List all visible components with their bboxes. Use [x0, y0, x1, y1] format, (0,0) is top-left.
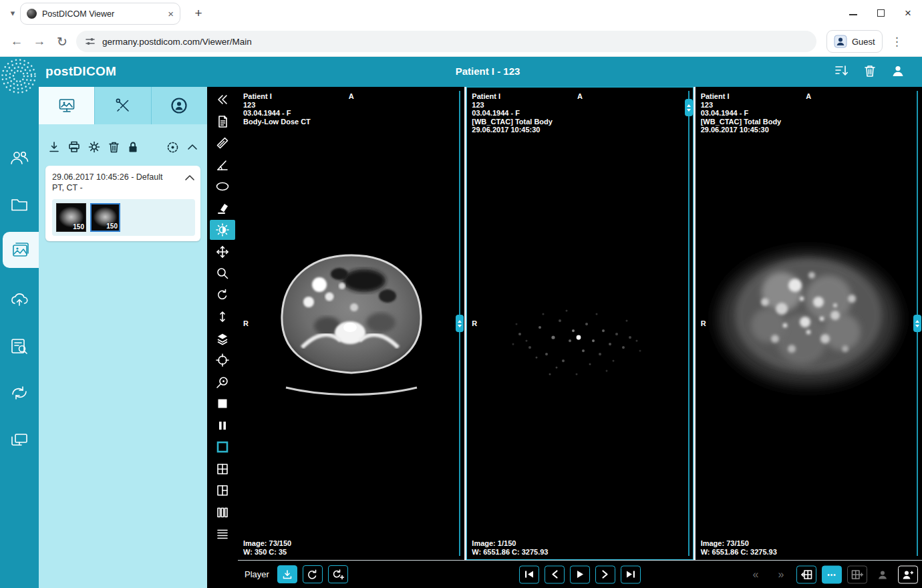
- tab-tools[interactable]: [95, 87, 151, 124]
- active-square-icon: [216, 440, 229, 454]
- scroll-tool-button[interactable]: [210, 307, 235, 327]
- scroll-handle[interactable]: [456, 315, 464, 332]
- fast-backward-button-disabled[interactable]: «: [746, 565, 766, 583]
- download-icon[interactable]: [48, 141, 60, 153]
- pan-tool-button[interactable]: [210, 242, 235, 262]
- sync-arrows-icon: [10, 385, 29, 401]
- viewport-status-overlay: Image: 1/150W: 6551.86 C: 3275.93: [472, 539, 548, 556]
- scroll-up-icon[interactable]: [915, 320, 919, 323]
- angle-tool-button[interactable]: [210, 155, 235, 175]
- delete-study-icon[interactable]: [863, 64, 877, 78]
- lock-icon[interactable]: [128, 141, 138, 153]
- series-cycle-icon[interactable]: [166, 141, 179, 154]
- new-tab-button[interactable]: +: [190, 5, 206, 21]
- address-bar[interactable]: germany.postdicom.com/Viewer/Main: [76, 31, 816, 52]
- tab-close-icon[interactable]: ×: [168, 9, 174, 19]
- sidebar-item-folders[interactable]: [0, 189, 39, 220]
- ruler-tool-button[interactable]: [210, 133, 235, 153]
- trash-icon[interactable]: [108, 141, 120, 153]
- ellipse-tool-button[interactable]: [210, 176, 235, 196]
- sidebar-item-screens[interactable]: [0, 424, 39, 455]
- last-image-button[interactable]: [621, 565, 641, 583]
- layout-2x2-button[interactable]: [210, 459, 235, 479]
- invert-tool-button[interactable]: [210, 394, 235, 414]
- scroll-down-icon[interactable]: [687, 109, 691, 112]
- layers-icon: [216, 332, 229, 345]
- window-close-button[interactable]: ×: [905, 7, 911, 19]
- stack-tool-button[interactable]: [210, 329, 235, 349]
- print-icon[interactable]: [68, 141, 80, 153]
- add-user-button[interactable]: [898, 565, 918, 583]
- browser-tab[interactable]: PostDICOM Viewer ×: [20, 3, 180, 25]
- settings-sync-icon[interactable]: [88, 141, 100, 153]
- export-layout-button[interactable]: [796, 565, 816, 583]
- fast-forward-button-disabled[interactable]: »: [771, 565, 791, 583]
- tab-search-icon[interactable]: ▾: [7, 7, 19, 19]
- more-options-button[interactable]: •••: [822, 565, 842, 583]
- series-group-card[interactable]: 29.06.2017 10:45:26 - Default PT, CT - 1…: [45, 166, 200, 241]
- viewport-scrollbar[interactable]: [459, 91, 460, 556]
- window-maximize-button[interactable]: [877, 9, 885, 17]
- viewport-scrollbar[interactable]: [688, 91, 689, 556]
- series-thumbnail-ct[interactable]: 150: [56, 203, 86, 232]
- report-tool-button[interactable]: [210, 112, 235, 132]
- layout-columns-button[interactable]: [210, 502, 235, 523]
- layout-1-2-button[interactable]: [210, 480, 235, 500]
- scroll-down-icon[interactable]: [458, 325, 462, 327]
- viewport-scrollbar[interactable]: [917, 91, 918, 556]
- window-minimize-button[interactable]: [849, 14, 857, 15]
- favicon: [27, 9, 37, 19]
- profile-button[interactable]: Guest: [826, 30, 883, 53]
- sidebar-item-patients[interactable]: [0, 142, 39, 173]
- sidebar-item-worklist[interactable]: [0, 331, 39, 361]
- reload-button[interactable]: ↻: [51, 34, 73, 49]
- next-image-button[interactable]: [595, 565, 615, 583]
- first-image-button[interactable]: [519, 565, 539, 583]
- site-settings-icon[interactable]: [85, 36, 96, 47]
- viewport-status-overlay: Image: 73/150W: 6551.86 C: 3275.93: [701, 539, 777, 556]
- scroll-up-icon[interactable]: [687, 104, 691, 107]
- tab-series-browser[interactable]: [39, 87, 95, 124]
- layout-controls: « » •••: [746, 565, 918, 583]
- scroll-handle[interactable]: [685, 99, 693, 116]
- back-button[interactable]: ←: [5, 34, 28, 49]
- collapse-panel-button[interactable]: [210, 90, 235, 110]
- thumbnail-image-count: 150: [106, 223, 118, 230]
- collapse-toolbar-chevron-icon[interactable]: [187, 144, 198, 150]
- zoom-tool-button[interactable]: [210, 263, 235, 283]
- sort-series-icon[interactable]: [834, 64, 849, 78]
- previous-image-button[interactable]: [545, 565, 565, 583]
- viewport-info-overlay: Patient I123 03.04.1944 - FBody-Low Dose…: [243, 92, 311, 126]
- layout-rows-button[interactable]: [210, 524, 235, 544]
- rotate-tool-button[interactable]: [210, 285, 235, 305]
- sidebar-item-viewer-active[interactable]: [3, 232, 39, 268]
- forward-button[interactable]: →: [28, 34, 51, 49]
- layout-1x1-button-active[interactable]: [210, 437, 235, 457]
- window-level-tool-button-active[interactable]: [210, 220, 235, 240]
- sidebar-item-upload[interactable]: [0, 284, 39, 315]
- series-thumbnail-pt-selected[interactable]: 150: [90, 203, 120, 232]
- play-button[interactable]: [570, 565, 590, 583]
- cine-download-button[interactable]: [277, 565, 297, 583]
- localizer-tool-button[interactable]: [210, 350, 235, 370]
- collapse-group-chevron-icon[interactable]: [184, 174, 195, 181]
- cine-repeat-add-button[interactable]: [328, 565, 348, 583]
- cine-loop-button[interactable]: [303, 565, 323, 583]
- compare-tool-button[interactable]: [210, 416, 235, 436]
- viewport-2-pet-selected[interactable]: Patient I123 03.04.1944 - F[WB_CTAC] Tot…: [466, 87, 693, 560]
- scroll-down-icon[interactable]: [915, 325, 919, 327]
- tab-patient-info[interactable]: [152, 87, 207, 124]
- sidebar-item-share[interactable]: [0, 378, 39, 408]
- browser-menu-icon[interactable]: ⋮: [891, 35, 903, 49]
- account-icon[interactable]: [891, 64, 905, 78]
- rotate-plus-icon: [332, 569, 344, 580]
- scroll-handle[interactable]: [913, 315, 921, 332]
- eraser-tool-button[interactable]: [210, 198, 235, 218]
- viewport-1-ct[interactable]: Patient I123 03.04.1944 - FBody-Low Dose…: [238, 87, 464, 560]
- collaboration-user-button-disabled[interactable]: [873, 565, 893, 583]
- add-layout-button-disabled[interactable]: [847, 565, 867, 583]
- columns-icon: [216, 506, 229, 519]
- probe-tool-button[interactable]: [210, 372, 235, 392]
- scroll-up-icon[interactable]: [458, 320, 462, 323]
- viewport-3-pet-fused[interactable]: Patient I123 03.04.1944 - F[WB_CTAC] Tot…: [696, 87, 922, 560]
